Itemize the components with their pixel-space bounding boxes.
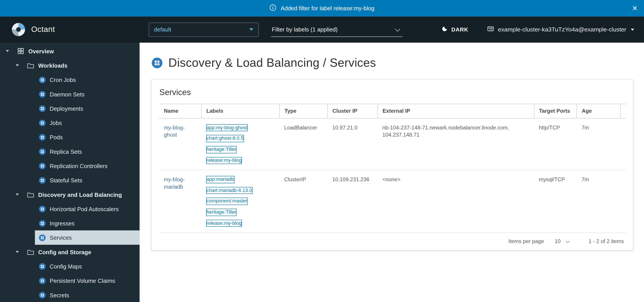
octant-app: Added filter for label release:my-blog ×… [0, 0, 644, 302]
sidebar-item-label: Deployments [50, 105, 83, 112]
external-ip-cell: <none> [378, 170, 534, 233]
label-chip[interactable]: chart:ghost-8.0.5 [206, 135, 244, 142]
ingresses-icon [39, 220, 46, 227]
caret-down-icon[interactable] [6, 50, 17, 52]
services-table: Name Labels Type Cluster IP External IP … [159, 104, 626, 233]
services-page-icon [151, 57, 163, 69]
caret-down-icon [249, 28, 253, 31]
type-cell: ClusterIP [279, 170, 327, 233]
sidebar-item-ingresses[interactable]: Ingresses [35, 216, 140, 230]
label-filter-dropdown[interactable]: Filter by labels (1 applied) [271, 22, 402, 37]
config-maps-icon [39, 263, 46, 270]
sidebar-item-label: Persistent Volume Claims [50, 278, 115, 284]
sidebar-item-replication-controllers[interactable]: Replication Controllers [35, 159, 140, 173]
close-icon[interactable]: × [632, 4, 638, 13]
cluster-ip-cell: 10.97.21.0 [327, 118, 378, 170]
items-per-page-value: 10 [555, 238, 561, 245]
table-header-row: Name Labels Type Cluster IP External IP … [159, 104, 626, 118]
service-link[interactable]: my-blog-mariadb [164, 176, 185, 190]
chevron-down-icon [395, 26, 400, 31]
app-title: Octant [31, 25, 55, 34]
folder-icon [27, 192, 34, 197]
target-ports-cell: http/TCP [534, 118, 577, 170]
sidebar-item-label: Pods [50, 134, 63, 141]
sidebar-item-label: Discovery and Load Balancing [38, 191, 122, 198]
sidebar-item-replica-sets[interactable]: Replica Sets [35, 145, 140, 159]
sidebar-item-deployments[interactable]: Deployments [35, 101, 140, 116]
sidebar-item-label: Config and Storage [38, 249, 91, 255]
sidebar-item-persistent-volume-claims[interactable]: Persistent Volume Claims [35, 274, 140, 288]
sidebar-item-label: Jobs [50, 119, 62, 126]
items-per-page-label: Items per page [508, 238, 544, 245]
sidebar-item-label: Stateful Sets [50, 177, 82, 183]
replica-sets-icon [39, 148, 46, 155]
sidebar-item-label: Daemon Sets [50, 91, 84, 97]
spacer-cell [620, 170, 626, 233]
sidebar-item-config-maps[interactable]: Config Maps [35, 259, 140, 274]
sidebar-item-services[interactable]: Services [35, 230, 140, 245]
jobs-icon [39, 119, 46, 127]
sidebar-item-label: Overview [28, 48, 54, 54]
pagination-range: 1 - 2 of 2 items [588, 238, 624, 245]
sidebar-item-horizontal-pod-autoscalers[interactable]: Horizontal Pod Autoscalers [35, 202, 140, 216]
sidebar-item-pods[interactable]: Pods [35, 130, 140, 144]
chevron-down-icon [566, 239, 570, 243]
caret-down-icon[interactable] [16, 64, 27, 66]
sidebar-section-workloads[interactable]: Workloads [0, 58, 140, 73]
sidebar-item-label: Replication Controllers [50, 162, 108, 169]
info-icon [270, 4, 276, 12]
labels-cell: app:mariadb chart:mariadb-6.13.0 compone… [201, 170, 279, 233]
name-cell: my-blog-mariadb [159, 170, 201, 233]
dark-mode-label: DARK [451, 26, 468, 33]
dark-mode-toggle[interactable]: DARK [442, 26, 468, 33]
target-ports-cell: mysql/TCP [534, 170, 577, 233]
sidebar-item-label: Services [50, 234, 72, 241]
card-title: Services [160, 88, 626, 97]
moon-icon [442, 26, 448, 33]
sidebar-section-discovery-and-load-balancing[interactable]: Discovery and Load Balancing [0, 187, 140, 202]
age-cell: 7m [577, 118, 620, 170]
horizontal-pod-autoscalers-icon [39, 205, 46, 212]
caret-down-icon[interactable] [16, 193, 27, 195]
sidebar-item-daemon-sets[interactable]: Daemon Sets [35, 87, 140, 101]
sidebar-item-stateful-sets[interactable]: Stateful Sets [35, 173, 140, 187]
label-chip[interactable]: release:my-blog [206, 157, 242, 164]
sidebar-item-cron-jobs[interactable]: Cron Jobs [35, 73, 140, 87]
label-chip[interactable]: heritage:Tiller [206, 209, 236, 216]
label-chip[interactable]: release:my-blog [206, 220, 242, 227]
caret-down-icon[interactable] [16, 251, 27, 253]
cluster-name: example-cluster-ka3TuTzYo4a@example-clus… [498, 26, 626, 33]
sidebar-item-secrets[interactable]: Secrets [35, 288, 140, 302]
column-header-target-ports: Target Ports [534, 104, 577, 118]
label-chip[interactable]: app:my-blog-ghost [206, 124, 248, 131]
sidebar-item-overview[interactable]: Overview [0, 44, 140, 58]
namespace-value: default [154, 26, 171, 33]
column-header-cluster-ip: Cluster IP [327, 104, 378, 118]
label-chip[interactable]: chart:mariadb-6.13.0 [206, 187, 252, 194]
pods-icon [39, 134, 46, 141]
label-chip[interactable]: component:master [206, 198, 248, 205]
label-chip[interactable]: heritage:Tiller [206, 146, 236, 153]
sidebar-item-jobs[interactable]: Jobs [35, 116, 140, 130]
label-chip[interactable]: app:mariadb [206, 176, 234, 183]
items-per-page-select[interactable]: 10 [555, 238, 569, 245]
persistent-volume-claims-icon [39, 277, 46, 284]
cluster-switcher[interactable]: example-cluster-ka3TuTzYo4a@example-clus… [487, 25, 634, 34]
spacer-cell [620, 118, 626, 170]
sidebar-item-label: Cron Jobs [50, 77, 76, 83]
namespace-select[interactable]: default [148, 22, 258, 37]
column-header-type: Type [279, 104, 327, 118]
sidebar-item-label: Config Maps [50, 263, 82, 269]
label-filter-text: Filter by labels (1 applied) [272, 26, 338, 33]
external-ip-cell: nb-104-237-148-71.newark.nodebalancer.li… [378, 118, 534, 170]
service-link[interactable]: my-blog-ghost [164, 125, 185, 138]
table-row: my-blog-ghost app:my-blog-ghost chart:gh… [159, 118, 626, 170]
main-content: Discovery & Load Balancing / Services Se… [140, 43, 644, 302]
sidebar-item-label: Ingresses [50, 220, 74, 226]
services-card: Services Name Labels Type Cluster IP Ext… [151, 79, 633, 250]
sidebar-item-label: Workloads [38, 62, 68, 69]
sidebar: Overview Workloads Cron Jobs Daemon Sets… [0, 43, 140, 302]
sidebar-section-config-and-storage[interactable]: Config and Storage [0, 245, 140, 259]
octant-logo [12, 22, 25, 36]
caret-down-icon [631, 28, 634, 31]
